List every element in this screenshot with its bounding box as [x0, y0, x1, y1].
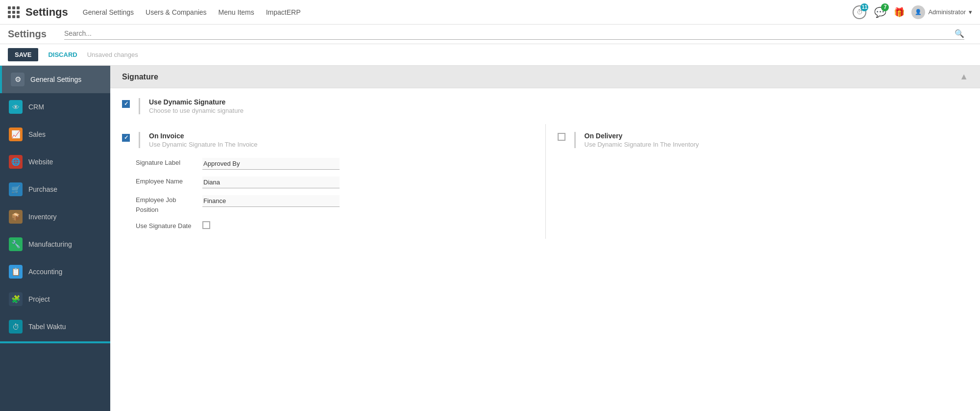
employee-job-input-wrap — [202, 195, 340, 207]
tabel-waktu-icon: ⏱ — [9, 320, 23, 334]
user-name: Administrator — [928, 8, 966, 16]
sidebar-label-general-settings: General Settings — [30, 76, 81, 83]
two-col-row: On Invoice Use Dynamic Signature In The … — [122, 124, 968, 239]
search-icon[interactable]: 🔍 — [955, 29, 964, 38]
on-delivery-row: On Delivery Use Dynamic Signature In The… — [558, 132, 957, 148]
sidebar-item-general-settings[interactable]: ⚙ General Settings — [0, 66, 110, 93]
use-dynamic-signature-row: Use Dynamic Signature Choose to use dyna… — [122, 98, 968, 114]
invoice-divider — [139, 132, 140, 148]
sidebar-label-project: Project — [28, 295, 50, 303]
search-input[interactable] — [64, 29, 955, 37]
topnav: Settings General Settings Users & Compan… — [0, 0, 980, 25]
employee-name-text: Employee Name — [136, 177, 195, 186]
main-layout: ⚙ General Settings 👁 CRM 📈 Sales 🌐 Websi… — [0, 66, 980, 411]
sidebar-label-website: Website — [28, 158, 53, 166]
toolbar: SAVE DISCARD Unsaved changes — [0, 44, 980, 66]
employee-name-input[interactable] — [202, 177, 340, 188]
search-bar: 🔍 — [64, 29, 964, 40]
collapse-icon[interactable]: ▲ — [959, 72, 968, 82]
subheader: Settings 🔍 — [0, 25, 980, 44]
app-title: Settings — [25, 6, 68, 19]
use-signature-date-checkbox[interactable] — [202, 221, 210, 229]
content-area: Signature ▲ Use Dynamic Signature Choose… — [110, 66, 980, 411]
sidebar-item-sales[interactable]: 📈 Sales — [0, 121, 110, 148]
on-delivery-desc: Use Dynamic Signature In The Inventory — [585, 141, 957, 148]
content-inner: Signature ▲ Use Dynamic Signature Choose… — [110, 66, 980, 411]
grid-icon[interactable] — [8, 6, 20, 18]
on-invoice-text: On Invoice Use Dynamic Signature In The … — [149, 132, 545, 148]
employee-name-row: Employee Name — [136, 177, 545, 188]
sidebar-label-crm: CRM — [28, 103, 44, 111]
signature-label-input[interactable] — [202, 158, 340, 170]
use-dynamic-checkbox[interactable] — [122, 100, 130, 108]
sidebar-label-inventory: Inventory — [28, 213, 57, 221]
use-dynamic-label: Use Dynamic Signature — [149, 98, 968, 106]
on-delivery-checkbox[interactable] — [558, 133, 565, 141]
website-icon: 🌐 — [9, 155, 23, 169]
message-icon[interactable]: 💬 7 — [873, 5, 887, 19]
use-dynamic-desc: Choose to use dynamic signature — [149, 107, 968, 114]
sidebar-bottom-bar — [0, 341, 110, 343]
use-dynamic-text: Use Dynamic Signature Choose to use dyna… — [149, 98, 968, 114]
unsaved-label: Unsaved changes — [87, 51, 138, 58]
sidebar-item-manufacturing[interactable]: 🔧 Manufacturing — [0, 231, 110, 258]
on-invoice-desc: Use Dynamic Signature In The Invoice — [149, 141, 545, 148]
avatar: 👤 — [911, 5, 925, 19]
on-invoice-checkbox[interactable] — [122, 134, 130, 142]
page-title: Settings — [8, 28, 47, 40]
sidebar-label-manufacturing: Manufacturing — [28, 240, 72, 248]
section-body: Use Dynamic Signature Choose to use dyna… — [110, 88, 980, 249]
use-signature-date-check-wrap — [202, 221, 340, 231]
on-invoice-label: On Invoice — [149, 132, 545, 140]
crm-icon: 👁 — [9, 100, 23, 114]
sidebar-item-crm[interactable]: 👁 CRM — [0, 93, 110, 121]
notification-icon[interactable]: ⏱ 11 — [853, 5, 866, 19]
notification-badge: 11 — [860, 3, 868, 11]
gift-icon[interactable]: 🎁 — [894, 7, 905, 18]
sidebar-label-sales: Sales — [28, 130, 46, 138]
top-menu: General Settings Users & Companies Menu … — [83, 6, 301, 18]
purchase-icon: 🛒 — [9, 182, 23, 196]
delivery-divider — [574, 132, 576, 148]
topnav-actions: ⏱ 11 💬 7 🎁 👤 Administrator ▾ — [853, 5, 972, 19]
section-header: Signature ▲ — [110, 66, 980, 88]
on-invoice-row: On Invoice Use Dynamic Signature In The … — [122, 132, 545, 148]
sidebar-item-project[interactable]: 🧩 Project — [0, 285, 110, 313]
employee-job-row: Employee Job Position — [136, 195, 545, 214]
accounting-icon: 📋 — [9, 265, 23, 279]
inventory-icon: 📦 — [9, 210, 23, 224]
sidebar-label-tabel-waktu: Tabel Waktu — [28, 323, 66, 331]
general-settings-icon: ⚙ — [11, 73, 24, 86]
menu-users-companies[interactable]: Users & Companies — [146, 6, 207, 18]
sidebar-item-accounting[interactable]: 📋 Accounting — [0, 258, 110, 285]
on-delivery-label: On Delivery — [585, 132, 957, 140]
sales-icon: 📈 — [9, 128, 23, 141]
signature-label-input-wrap — [202, 158, 340, 170]
project-icon: 🧩 — [9, 292, 23, 306]
menu-menu-items[interactable]: Menu Items — [219, 6, 254, 18]
signature-label-row: Signature Label — [136, 158, 545, 170]
sidebar-label-accounting: Accounting — [28, 268, 62, 276]
employee-name-input-wrap — [202, 177, 340, 188]
on-invoice-col: On Invoice Use Dynamic Signature In The … — [122, 124, 545, 239]
invoice-form-fields: Signature Label Employee Name — [122, 158, 545, 231]
discard-button[interactable]: DISCARD — [43, 48, 82, 61]
sidebar-item-purchase[interactable]: 🛒 Purchase — [0, 176, 110, 203]
sidebar-item-website[interactable]: 🌐 Website — [0, 148, 110, 176]
on-delivery-text: On Delivery Use Dynamic Signature In The… — [585, 132, 957, 148]
on-invoice-checkbox-col — [122, 133, 130, 142]
sidebar-item-tabel-waktu[interactable]: ⏱ Tabel Waktu — [0, 313, 110, 340]
save-button[interactable]: SAVE — [8, 48, 38, 61]
sidebar: ⚙ General Settings 👁 CRM 📈 Sales 🌐 Websi… — [0, 66, 110, 411]
user-dropdown-icon: ▾ — [969, 8, 972, 16]
on-delivery-col: On Delivery Use Dynamic Signature In The… — [545, 124, 969, 239]
manufacturing-icon: 🔧 — [9, 237, 23, 251]
menu-impacterp[interactable]: ImpactERP — [266, 6, 301, 18]
menu-general-settings[interactable]: General Settings — [83, 6, 134, 18]
user-menu[interactable]: 👤 Administrator ▾ — [911, 5, 972, 19]
message-badge: 7 — [881, 3, 889, 11]
employee-job-input[interactable] — [202, 195, 340, 207]
sidebar-item-inventory[interactable]: 📦 Inventory — [0, 203, 110, 231]
signature-label-text: Signature Label — [136, 158, 195, 168]
section-title: Signature — [122, 73, 158, 81]
